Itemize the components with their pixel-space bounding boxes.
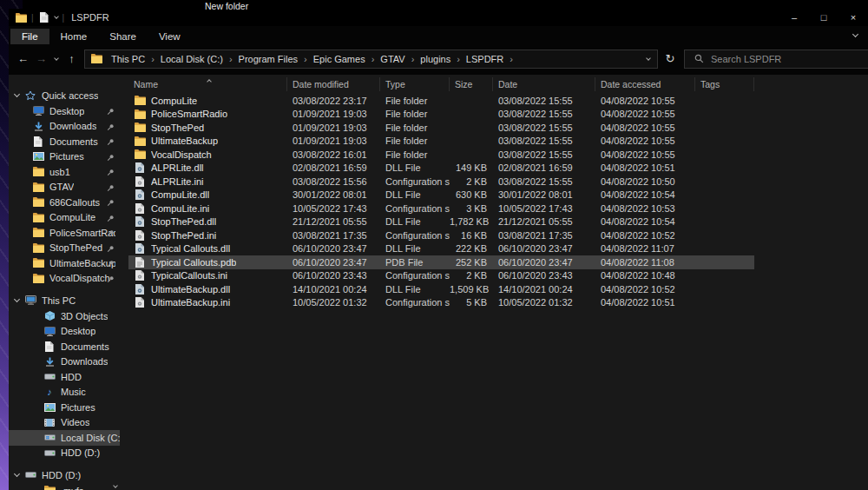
sidebar-item-desktop[interactable]: Desktop — [9, 103, 120, 119]
file-row-compulite-dll[interactable]: CompuLite.dll30/01/2022 08:01DLL File630… — [128, 189, 754, 202]
minimize-button[interactable]: – — [779, 9, 809, 26]
sidebar-item-documents[interactable]: Documents — [9, 134, 120, 149]
section-expander-icon[interactable] — [14, 471, 20, 477]
sidebar-item-686callouts[interactable]: 686Callouts — [9, 195, 120, 210]
tab-view[interactable]: View — [148, 29, 192, 44]
file-row-alprlite-dll[interactable]: ALPRLite.dll02/08/2021 16:59DLL File149 … — [128, 162, 754, 175]
sidebar-item-policesmartradio[interactable]: PoliceSmartRadio — [9, 225, 120, 241]
quick-access-toolbar-icon[interactable] — [38, 12, 50, 23]
file-row-typicalcallouts-ini[interactable]: TypicalCallouts.ini06/10/2020 23:43Confi… — [128, 269, 754, 283]
sidebar-section-hdd-d[interactable]: HDD (D:) — [9, 467, 120, 483]
column-header-name[interactable]: Name — [128, 77, 287, 91]
sidebar-item-hdd-d[interactable]: HDD (D:) — [9, 446, 120, 461]
search-input[interactable] — [711, 54, 860, 64]
sidebar-item-pictures[interactable]: Pictures — [9, 149, 120, 165]
file-row-stoptheped-ini[interactable]: StopThePed.ini03/08/2021 17:35Configurat… — [128, 228, 754, 242]
column-header-label: Date modified — [293, 79, 349, 89]
sidebar-item-3d-objects[interactable]: 3D Objects — [9, 308, 120, 324]
breadcrumb-item-local-disk-c[interactable]: Local Disk (C:) — [155, 54, 228, 64]
file-row-alprlite-ini[interactable]: ALPRLite.ini03/08/2022 15:56Configuratio… — [128, 175, 754, 189]
sort-ascending-icon — [207, 79, 212, 84]
maximize-button[interactable]: □ — [809, 9, 838, 26]
sidebar-item-usb1[interactable]: usb1 — [9, 164, 120, 180]
file-row-typical-callouts-pdb[interactable]: Typical Callouts.pdb06/10/2020 23:47PDB … — [128, 255, 754, 269]
music-icon: ♪ — [43, 387, 56, 397]
column-header-tags[interactable]: Tags — [695, 77, 754, 91]
file-row-stoptheped-dll[interactable]: StopThePed.dll21/12/2021 05:55DLL File1,… — [128, 215, 754, 229]
cell-modified: 03/08/2022 16:01 — [287, 149, 380, 160]
sidebar-item-ultimatebackup[interactable]: UltimateBackup — [9, 255, 120, 271]
section-expander-icon[interactable] — [14, 296, 20, 302]
sidebar-section-this-pc[interactable]: This PC — [9, 292, 120, 308]
breadcrumb-item-this-pc[interactable]: This PC — [106, 54, 150, 64]
sidebar-item-gtav[interactable]: GTAV — [9, 180, 120, 195]
tab-file[interactable]: File — [10, 29, 49, 44]
ini-icon — [134, 270, 146, 281]
recent-locations-caret-icon[interactable] — [50, 58, 62, 60]
section-expander-icon[interactable] — [14, 91, 20, 97]
search-box[interactable] — [684, 50, 868, 69]
breadcrumb-item-lspdfr[interactable]: LSPDFR — [461, 54, 509, 64]
sidebar-item-mvfs[interactable]: .mvfs — [9, 483, 120, 490]
tab-home[interactable]: Home — [49, 29, 99, 44]
breadcrumb-item-plugins[interactable]: plugins — [415, 54, 456, 64]
column-header-date[interactable]: Date — [493, 77, 595, 91]
file-row-vocaldispatch[interactable]: VocalDispatch03/08/2022 16:01File folder… — [128, 148, 754, 162]
qat-customize-caret-icon[interactable] — [54, 14, 59, 19]
file-row-policesmartradio[interactable]: PoliceSmartRadio01/09/2021 19:03File fol… — [128, 108, 754, 122]
address-dropdown-caret-icon[interactable] — [640, 58, 657, 60]
cell-modified: 10/05/2022 17:43 — [287, 203, 380, 214]
file-row-compulite[interactable]: CompuLite03/08/2022 23:17File folder03/0… — [128, 94, 754, 108]
file-row-ultimatebackup-ini[interactable]: UltimateBackup.ini10/05/2022 01:32Config… — [128, 296, 754, 310]
address-box[interactable]: This PC›Local Disk (C:)›Program Files›Ep… — [84, 50, 658, 69]
back-button[interactable]: ← — [14, 50, 32, 69]
sidebar-section-quick-access[interactable]: Quick access — [9, 87, 120, 103]
close-button[interactable]: × — [838, 9, 868, 26]
column-header-size[interactable]: Size — [450, 77, 493, 91]
sidebar-item-stoptheped[interactable]: StopThePed — [9, 241, 120, 256]
sidebar-item-local-disk-c[interactable]: Local Disk (C:) — [9, 430, 120, 446]
breadcrumb-item-gtav[interactable]: GTAV — [375, 54, 410, 64]
file-row-ultimatebackup-dll[interactable]: UltimateBackup.dll14/10/2021 00:24DLL Fi… — [128, 282, 754, 296]
ribbon-expand-caret-icon[interactable] — [852, 31, 858, 37]
computer-icon — [24, 295, 36, 305]
desktop-icon — [32, 106, 44, 116]
ini-icon — [134, 230, 146, 241]
cell-name: UltimateBackup.ini — [128, 297, 287, 308]
sidebar-item-label: VocalDispatch — [49, 273, 110, 283]
cell-type: Configuration sett... — [380, 230, 450, 241]
cell-type: PDB File — [380, 257, 450, 268]
refresh-button[interactable]: ↻ — [659, 52, 681, 65]
sidebar-item-videos[interactable]: Videos — [9, 415, 120, 431]
up-button[interactable]: ↑ — [62, 50, 81, 69]
forward-button[interactable]: → — [32, 50, 50, 69]
sidebar-item-compulite[interactable]: CompuLite — [9, 210, 120, 226]
cell-name: UltimateBackup.dll — [128, 284, 287, 295]
sidebar-item-vocaldispatch[interactable]: VocalDispatch — [9, 271, 120, 287]
cell-name: StopThePed.ini — [128, 230, 287, 241]
sidebar-item-desktop[interactable]: Desktop — [9, 324, 120, 340]
column-header-type[interactable]: Type — [380, 77, 450, 91]
sidebar-item-downloads[interactable]: Downloads — [9, 119, 120, 135]
sidebar-item-documents[interactable]: Documents — [9, 339, 120, 354]
column-header-date-modified[interactable]: Date modified — [287, 77, 380, 91]
breadcrumb-item-epic-games[interactable]: Epic Games — [308, 54, 371, 64]
sidebar-item-downloads[interactable]: Downloads — [9, 354, 120, 370]
breadcrumb-item-program-files[interactable]: Program Files — [233, 54, 303, 64]
cell-date: 02/08/2021 16:59 — [493, 162, 595, 173]
tab-share[interactable]: Share — [98, 29, 148, 44]
file-row-compulite-ini[interactable]: CompuLite.ini10/05/2022 17:43Configurati… — [128, 202, 754, 215]
sidebar-item-hdd[interactable]: HDD — [9, 369, 120, 385]
column-header-date-accessed[interactable]: Date accessed — [595, 77, 695, 91]
sidebar-item-pictures[interactable]: Pictures — [9, 400, 120, 415]
videos-icon — [43, 419, 56, 427]
column-headers: NameDate modifiedTypeSizeDateDate access… — [128, 76, 868, 92]
file-row-stoptheped[interactable]: StopThePed01/09/2021 19:03File folder03/… — [128, 121, 754, 135]
sidebar-item-music[interactable]: ♪Music — [9, 385, 120, 401]
cell-modified: 02/08/2021 16:59 — [287, 162, 380, 173]
pin-icon — [107, 122, 115, 133]
file-row-ultimatebackup[interactable]: UltimateBackup01/09/2021 19:03File folde… — [128, 135, 754, 149]
folder-icon — [32, 228, 44, 237]
cell-size: 1,509 KB — [450, 284, 493, 295]
file-row-typical-callouts-dll[interactable]: Typical Callouts.dll06/10/2020 23:47DLL … — [128, 242, 754, 256]
